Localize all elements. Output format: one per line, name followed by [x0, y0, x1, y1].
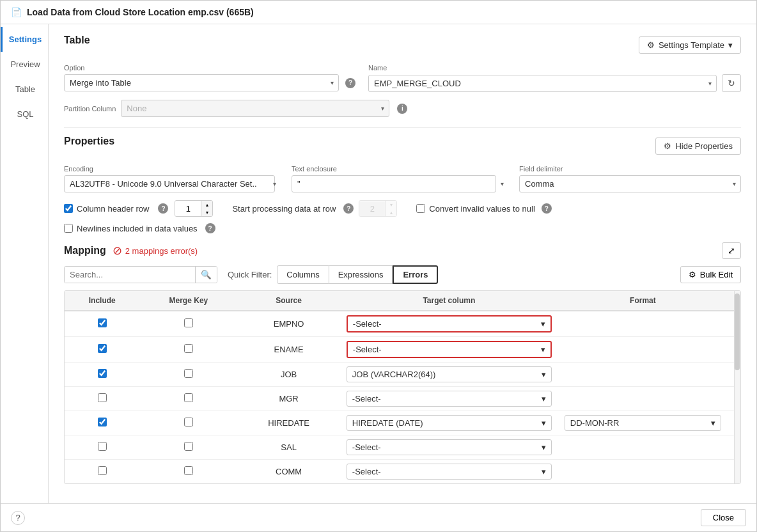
include-checkbox-ename[interactable]: [98, 344, 107, 353]
merge-key-checkbox-sal[interactable]: [184, 442, 193, 451]
text-enclosure-label: Text enclosure: [292, 165, 509, 173]
newlines-checkbox-label[interactable]: Newlines included in data values: [64, 224, 198, 233]
bulk-edit-button[interactable]: ⚙ Bulk Edit: [680, 266, 741, 283]
encoding-select-wrapper: AL32UTF8 - Unicode 9.0 Universal Charact…: [64, 175, 281, 192]
text-enclosure-select[interactable]: ": [292, 175, 496, 192]
mapping-table: Include Merge Key Source Target column F…: [65, 291, 740, 483]
field-delimiter-select[interactable]: Comma: [519, 175, 741, 192]
table-section-header: Table ⚙ Settings Template ▾: [64, 35, 741, 55]
refresh-button[interactable]: ↻: [722, 74, 741, 92]
table-row: SAL -Select- ▾: [65, 435, 740, 460]
merge-key-checkbox-hiredate[interactable]: [184, 418, 193, 426]
encoding-select[interactable]: AL32UTF8 - Unicode 9.0 Universal Charact…: [64, 175, 275, 192]
scrollbar-thumb[interactable]: [735, 293, 740, 370]
include-checkbox-job[interactable]: [98, 369, 107, 378]
col-merge-key: Merge Key: [139, 291, 237, 311]
properties-title: Properties: [64, 136, 114, 147]
chevron-down-icon: ▾: [728, 40, 733, 50]
sidebar-item-sql[interactable]: SQL: [1, 102, 48, 127]
field-delimiter-group: Field delimiter Comma ▾: [519, 165, 741, 192]
start-processing-help-icon[interactable]: ?: [343, 203, 354, 214]
start-processing-stepper-down[interactable]: ▾: [385, 201, 396, 208]
filter-tabs: Columns Expressions Errors: [277, 265, 438, 284]
col-header-stepper-down[interactable]: ▾: [201, 208, 212, 216]
include-checkbox-hiredate[interactable]: [98, 418, 107, 426]
source-cell: ENAME: [237, 337, 340, 363]
bottom-help-button[interactable]: ?: [11, 511, 25, 525]
include-checkbox-empno[interactable]: [98, 318, 107, 327]
close-button[interactable]: Close: [701, 509, 746, 526]
target-select-comm[interactable]: -Select- ▾: [347, 464, 552, 480]
target-select-hiredate[interactable]: HIREDATE (DATE) ▾: [347, 415, 552, 431]
col-header-stepper-up[interactable]: ▴: [201, 201, 212, 208]
source-cell: JOB: [237, 363, 340, 387]
settings-template-icon: ⚙: [647, 40, 655, 50]
option-name-row: Option Merge into Table ▾ ? Name: [64, 64, 741, 92]
start-processing-stepper-btns: ▾ ▴: [385, 201, 396, 216]
newlines-help-icon[interactable]: ?: [205, 223, 215, 233]
include-cell: [65, 363, 139, 387]
option-label: Option: [64, 64, 358, 72]
field-delimiter-label: Field delimiter: [519, 165, 741, 173]
target-select-empno[interactable]: -Select- ▾: [347, 315, 552, 332]
include-checkbox-sal[interactable]: [98, 442, 107, 451]
name-row: EMP_MERGE_CLOUD ▾ ↻: [368, 74, 741, 92]
target-value-sal: -Select-: [352, 442, 381, 452]
name-select[interactable]: EMP_MERGE_CLOUD: [368, 75, 717, 92]
target-cell: HIREDATE (DATE) ▾: [340, 411, 558, 435]
merge-key-checkbox-empno[interactable]: [184, 318, 193, 327]
target-select-sal[interactable]: -Select- ▾: [347, 439, 552, 455]
mapping-section: Mapping ⊘ 2 mappings error(s) ⤢ 🔍 Quick …: [64, 242, 741, 484]
start-processing-stepper-up[interactable]: ▴: [385, 208, 396, 216]
merge-key-cell: [139, 411, 237, 435]
expand-button[interactable]: ⤢: [722, 242, 741, 259]
convert-null-group: Convert invalid values to null ?: [416, 203, 551, 214]
merge-key-checkbox-comm[interactable]: [184, 466, 193, 475]
hide-props-icon: ⚙: [664, 141, 671, 151]
sidebar-item-preview[interactable]: Preview: [1, 52, 48, 77]
search-input[interactable]: [65, 267, 195, 283]
col-target: Target column: [340, 291, 558, 311]
merge-key-checkbox-job[interactable]: [184, 369, 193, 378]
option-help-icon[interactable]: ?: [345, 78, 355, 88]
format-cell: [558, 435, 728, 460]
col-header-checkbox[interactable]: [64, 204, 73, 213]
target-select-mgr[interactable]: -Select- ▾: [347, 391, 552, 407]
partition-select[interactable]: None: [121, 100, 389, 117]
target-cell: JOB (VARCHAR2(64)) ▾: [340, 363, 558, 387]
start-processing-number-input[interactable]: [359, 201, 385, 216]
merge-key-checkbox-mgr[interactable]: [184, 393, 193, 402]
include-checkbox-comm[interactable]: [98, 466, 107, 475]
target-chevron-comm: ▾: [542, 467, 546, 476]
include-cell: [65, 387, 139, 411]
filter-tab-expressions[interactable]: Expressions: [329, 265, 393, 284]
source-cell: SAL: [237, 435, 340, 460]
filter-tab-errors[interactable]: Errors: [393, 265, 438, 284]
bulk-edit-label: Bulk Edit: [700, 270, 733, 279]
newlines-checkbox[interactable]: [64, 224, 73, 233]
hide-properties-button[interactable]: ⚙ Hide Properties: [655, 137, 741, 155]
target-cell: -Select- ▾: [340, 387, 558, 411]
col-header-number-input[interactable]: [175, 201, 201, 216]
sidebar-item-settings[interactable]: Settings: [1, 27, 48, 52]
settings-template-button[interactable]: ⚙ Settings Template ▾: [639, 36, 741, 54]
encoding-group: Encoding AL32UTF8 - Unicode 9.0 Universa…: [64, 165, 281, 192]
option-select[interactable]: Merge into Table: [64, 74, 339, 91]
target-select-ename[interactable]: -Select- ▾: [347, 341, 552, 358]
convert-null-help-icon[interactable]: ?: [542, 203, 552, 214]
include-checkbox-mgr[interactable]: [98, 393, 107, 402]
format-select-hiredate[interactable]: DD-MON-RR ▾: [565, 415, 721, 431]
partition-info-icon[interactable]: i: [397, 104, 407, 114]
target-select-job[interactable]: JOB (VARCHAR2(64)) ▾: [347, 366, 552, 382]
settings-template-label: Settings Template: [659, 40, 724, 50]
filter-tab-columns[interactable]: Columns: [277, 265, 329, 284]
search-button[interactable]: 🔍: [195, 267, 217, 283]
merge-key-cell: [139, 337, 237, 363]
name-select-wrapper: EMP_MERGE_CLOUD ▾: [368, 75, 717, 92]
convert-null-checkbox[interactable]: [416, 204, 425, 213]
col-header-checkbox-label[interactable]: Column header row: [64, 204, 149, 214]
col-header-help-icon[interactable]: ?: [158, 203, 168, 214]
merge-key-cell: [139, 311, 237, 337]
sidebar-item-table[interactable]: Table: [1, 77, 48, 102]
merge-key-checkbox-ename[interactable]: [184, 344, 193, 353]
